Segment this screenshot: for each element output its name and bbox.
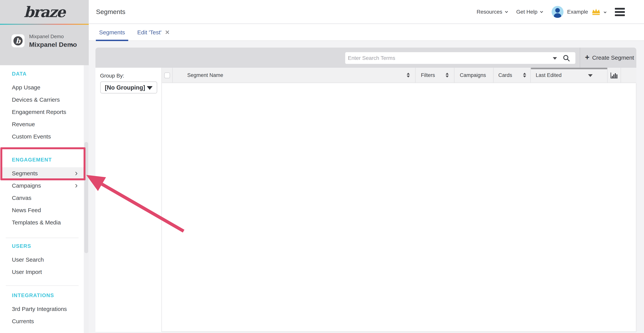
chevron-down-icon xyxy=(604,11,606,13)
analytics-cell xyxy=(607,68,620,83)
sidebar-item-engagement-reports[interactable]: Engagement Reports xyxy=(0,106,84,118)
sidebar-item-user-search[interactable]: User Search xyxy=(0,254,84,266)
sidebar-section-title: DATA xyxy=(0,69,84,79)
sidebar-item-segments[interactable]: Segments › xyxy=(2,167,84,180)
close-icon[interactable]: ✕ xyxy=(165,29,170,36)
sort-icon[interactable] xyxy=(523,73,526,78)
workspace-name: Mixpanel Demo xyxy=(29,41,77,48)
sidebar-item-news-feed[interactable]: News Feed xyxy=(0,204,84,216)
sidebar-section-integrations: INTEGRATIONS 3rd Party Integrations Curr… xyxy=(0,290,84,327)
top-nav: Resources Get Help Example xyxy=(477,0,625,24)
sidebar-item-custom-events[interactable]: Custom Events xyxy=(0,130,84,143)
search-box xyxy=(345,52,576,64)
sidebar-item-app-usage[interactable]: App Usage xyxy=(0,81,84,94)
workspace-switcher[interactable]: b Mixpanel Demo Mixpanel Demo xyxy=(0,25,89,65)
sidebar-item-3rd-party-integrations[interactable]: 3rd Party Integrations xyxy=(0,303,84,315)
search-input[interactable] xyxy=(348,52,547,64)
toolbar-divider xyxy=(580,48,580,68)
column-filters[interactable]: Filters xyxy=(415,68,454,83)
logo-block: braze xyxy=(0,0,89,24)
workspace-icon: b xyxy=(12,34,24,47)
group-by-label: Group By: xyxy=(100,73,124,79)
search-icon[interactable] xyxy=(563,55,570,62)
column-segment-name[interactable]: Segment Name xyxy=(172,68,415,83)
segments-table-body xyxy=(162,83,636,332)
sorted-column-indicator xyxy=(531,68,608,69)
segments-table-header: Segment Name Filters Campaigns Cards Las… xyxy=(162,68,636,83)
sidebar-divider xyxy=(6,238,78,238)
sidebar-nav: DATA App Usage Devices & Carriers Engage… xyxy=(0,65,84,333)
page-title: Segments xyxy=(96,8,125,16)
chevron-right-icon: › xyxy=(75,180,78,191)
top-bar: Segments Resources Get Help Example xyxy=(89,0,644,24)
scrollbar-thumb[interactable] xyxy=(84,142,88,253)
hamburger-menu-icon[interactable] xyxy=(615,8,625,16)
tab-segments[interactable]: Segments xyxy=(96,24,128,41)
search-dropdown-caret-icon[interactable] xyxy=(553,57,557,60)
get-help-menu[interactable]: Get Help xyxy=(516,9,543,15)
sidebar-item-campaigns[interactable]: Campaigns › xyxy=(0,180,84,192)
workspace-initial-icon: b xyxy=(14,36,22,46)
sidebar-divider xyxy=(6,285,78,286)
sidebar-item-user-import[interactable]: User Import xyxy=(0,266,84,278)
sidebar-item-devices-carriers[interactable]: Devices & Carriers xyxy=(0,94,84,106)
bar-chart-icon[interactable] xyxy=(610,72,618,79)
chevron-down-icon xyxy=(540,10,543,13)
spacer-cell xyxy=(620,68,636,83)
sidebar-item-canvas[interactable]: Canvas xyxy=(0,192,84,204)
column-last-edited[interactable]: Last Edited xyxy=(530,68,607,83)
crown-icon xyxy=(592,8,601,16)
avatar xyxy=(552,6,564,18)
tab-bar: Segments Edit 'Test' ✕ xyxy=(89,24,644,41)
column-cards[interactable]: Cards xyxy=(493,68,530,83)
sort-icon[interactable] xyxy=(407,73,410,78)
group-by-select[interactable]: [No Grouping] xyxy=(100,82,157,93)
create-segment-button[interactable]: + Create Segment xyxy=(583,48,636,68)
segments-toolbar: Include archived segments + Create Segme… xyxy=(96,48,636,68)
column-campaigns[interactable]: Campaigns xyxy=(454,68,493,83)
sidebar-scrollbar[interactable] xyxy=(84,65,89,333)
select-all-checkbox[interactable] xyxy=(164,73,170,78)
chevron-down-icon xyxy=(505,10,508,13)
sort-desc-icon[interactable] xyxy=(588,74,593,77)
sidebar-section-users: USERS User Search User Import xyxy=(0,241,84,278)
dropdown-caret-icon xyxy=(147,86,152,90)
group-by-value: [No Grouping] xyxy=(105,84,145,91)
tab-edit-test[interactable]: Edit 'Test' ✕ xyxy=(134,24,173,41)
select-all-cell xyxy=(162,68,172,83)
sidebar-item-templates-media[interactable]: Templates & Media xyxy=(0,216,84,229)
sort-icon[interactable] xyxy=(446,73,449,78)
resources-menu[interactable]: Resources xyxy=(477,9,508,15)
braze-logo: braze xyxy=(24,4,65,21)
sidebar-section-title: ENGAGEMENT xyxy=(0,154,84,165)
user-menu[interactable]: Example xyxy=(552,6,606,18)
sidebar-section-title: INTEGRATIONS xyxy=(0,290,84,301)
plus-icon: + xyxy=(585,53,590,62)
workspace-label: Mixpanel Demo xyxy=(29,34,64,40)
sidebar-section-data: DATA App Usage Devices & Carriers Engage… xyxy=(0,69,84,143)
sidebar-section-engagement: ENGAGEMENT Segments › Campaigns › Canvas… xyxy=(0,154,84,229)
group-by-panel: Group By: [No Grouping] xyxy=(96,68,162,332)
user-name: Example xyxy=(567,9,588,15)
sidebar-section-title: USERS xyxy=(0,241,84,251)
left-rail: braze b Mixpanel Demo Mixpanel Demo DATA… xyxy=(0,0,89,333)
sidebar-item-revenue[interactable]: Revenue xyxy=(0,118,84,130)
sidebar-item-currents[interactable]: Currents xyxy=(0,315,84,327)
chevron-right-icon: › xyxy=(75,167,78,179)
